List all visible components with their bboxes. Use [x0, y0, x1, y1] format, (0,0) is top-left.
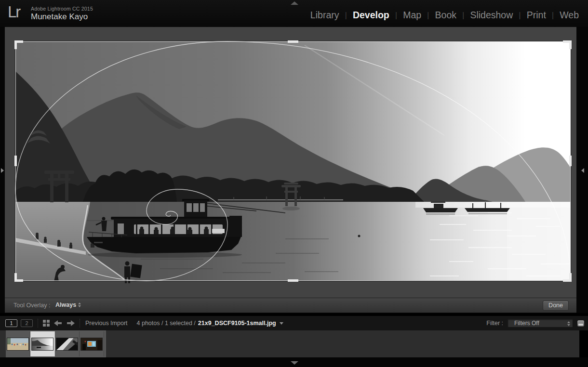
develop-workspace [5, 27, 576, 298]
module-separator: | [519, 11, 521, 20]
expand-right-panel-icon[interactable] [581, 168, 584, 173]
next-photo-arrow-icon[interactable] [67, 320, 75, 326]
photo-stage [15, 41, 571, 281]
module-print[interactable]: Print [527, 10, 546, 21]
develop-toolbar: Tool Overlay : Always Done [5, 298, 576, 313]
module-separator: | [345, 11, 347, 20]
module-library[interactable]: Library [310, 10, 339, 21]
interior-photo-thumbnail[interactable] [80, 338, 103, 351]
top-bar: Lr Adobe Lightroom CC 2015 Munetake Kayo… [0, 0, 588, 27]
filename-dropdown-icon[interactable] [280, 322, 283, 325]
module-slideshow[interactable]: Slideshow [470, 10, 513, 21]
tool-overlay-updown-icon[interactable] [78, 302, 81, 307]
module-web[interactable]: Web [560, 10, 579, 21]
left-panel-rail [0, 27, 5, 313]
lightroom-logo: Lr [8, 3, 20, 21]
photo-art [15, 41, 571, 283]
grid-view-icon[interactable] [43, 320, 50, 327]
filmstrip [0, 330, 588, 357]
selection-status: 4 photos / 1 selected / [137, 320, 196, 327]
filter-value: Filters Off [514, 320, 539, 327]
done-button[interactable]: Done [543, 301, 569, 311]
collapse-top-panel-icon[interactable] [291, 1, 298, 5]
module-separator: | [462, 11, 464, 20]
app-name: Adobe Lightroom CC 2015 [31, 6, 93, 12]
architecture-photo-thumbnail[interactable] [56, 338, 78, 351]
previous-photo-arrow-icon[interactable] [54, 320, 62, 326]
selected-filename[interactable]: 21x9_DSCF9105-1small.jpg [198, 320, 276, 327]
identity-plate: Munetake Kayo [31, 12, 88, 22]
harbor-panorama-thumbnail[interactable] [31, 338, 53, 351]
module-map[interactable]: Map [403, 10, 421, 21]
module-picker: Library | Develop | Map | Book | Slidesh… [307, 10, 582, 21]
filmstrip-control-bar: 1 2 Previous Import 4 photos / 1 selecte… [0, 316, 588, 330]
expand-left-panel-icon[interactable] [1, 168, 4, 173]
module-book[interactable]: Book [435, 10, 456, 21]
module-separator: | [427, 11, 429, 20]
crop-handle-top[interactable] [288, 40, 298, 43]
module-develop[interactable]: Develop [353, 10, 389, 21]
module-separator: | [395, 11, 397, 20]
filter-updown-icon [567, 321, 570, 326]
filter-select[interactable]: Filters Off [508, 319, 573, 328]
lightroom-window: Lr Adobe Lightroom CC 2015 Munetake Kayo… [0, 0, 588, 367]
thumbnail-cell-4[interactable] [80, 331, 104, 356]
beach-photo-thumbnail[interactable] [7, 338, 29, 351]
thumbnail-cell-1[interactable] [6, 331, 30, 356]
tool-overlay-select[interactable]: Always [55, 301, 76, 308]
source-indicator[interactable]: Previous Import [85, 320, 128, 327]
filter-toggle-switch-icon[interactable] [577, 320, 584, 327]
divider [38, 319, 38, 328]
crop-handle-bottom[interactable] [288, 279, 298, 282]
crop-handle-left[interactable] [14, 156, 17, 166]
module-separator: | [552, 11, 554, 20]
right-panel-rail [576, 27, 588, 313]
collapse-filmstrip-icon[interactable] [291, 361, 298, 365]
main-window-button[interactable]: 1 [5, 319, 17, 327]
filter-label: Filter : [486, 320, 503, 327]
photo-canvas[interactable] [15, 41, 571, 281]
second-window-button[interactable]: 2 [21, 319, 33, 327]
thumbnail-cell-3[interactable] [55, 331, 80, 356]
divider [80, 319, 80, 328]
tool-overlay-label: Tool Overlay : [13, 302, 50, 309]
crop-handle-right[interactable] [569, 156, 572, 166]
thumbnail-cell-2-selected[interactable] [30, 331, 55, 356]
